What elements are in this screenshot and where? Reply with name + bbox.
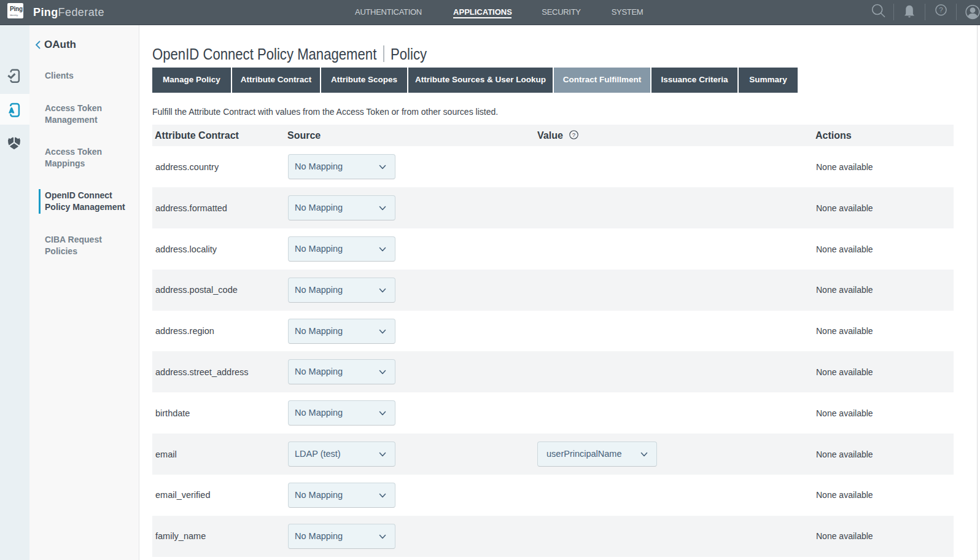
svg-text:?: ?: [572, 131, 575, 138]
svg-text:?: ?: [939, 6, 943, 14]
